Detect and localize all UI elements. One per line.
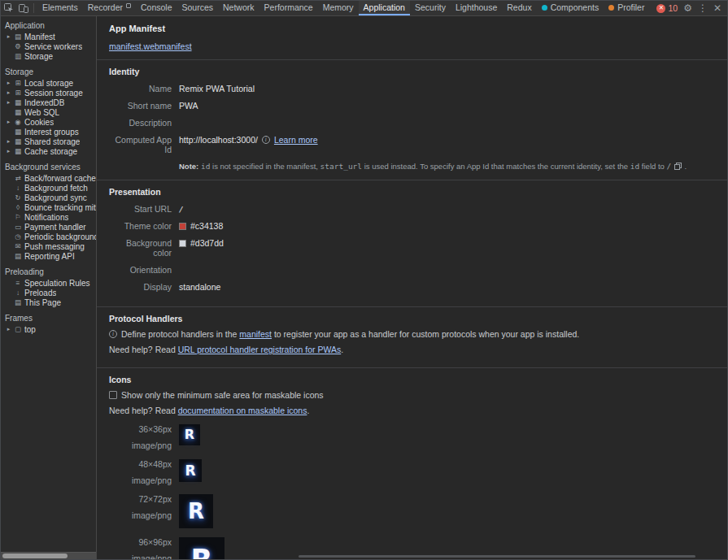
tab-lighthouse[interactable]: Lighthouse — [451, 1, 502, 15]
tab-memory[interactable]: Memory — [318, 1, 359, 15]
sidebar-item-interest-groups[interactable]: ▦Interest groups — [1, 127, 96, 137]
background-color-value: #d3d7dd — [190, 238, 224, 248]
sidebar-item-back-forward-cache[interactable]: ⇄Back/forward cache — [1, 173, 96, 183]
close-icon[interactable]: ✕ — [713, 3, 721, 13]
tab-label: Components — [551, 2, 599, 12]
field-row-display: Display standalone — [109, 282, 711, 292]
sidebar-item-preloads[interactable]: ↓Preloads — [1, 288, 96, 297]
expander-icon[interactable]: ▸ — [6, 326, 11, 332]
tab-network[interactable]: Network — [218, 1, 259, 15]
tab-application[interactable]: Application — [359, 1, 410, 15]
note-code-id2: id — [630, 162, 639, 171]
tab-sources[interactable]: Sources — [177, 1, 219, 15]
background-color-label: Background color — [109, 238, 172, 258]
manifest-icon-image: R — [179, 424, 200, 445]
this-page-icon: ▤ — [14, 299, 22, 306]
sidebar-item-reporting-api[interactable]: ▤Reporting API — [1, 251, 96, 261]
sidebar-section-storage: Storage — [5, 67, 96, 76]
manifest-file-link[interactable]: manifest.webmanifest — [109, 41, 192, 51]
sidebar-item-service-workers[interactable]: ⚙Service workers — [1, 41, 96, 51]
settings-gear-icon[interactable]: ⚙ — [683, 3, 692, 13]
tab-recorder[interactable]: Recorder — [83, 1, 136, 15]
tab-label: Security — [415, 2, 446, 12]
icon-list: 36×36pximage/pngR48×48pximage/pngR72×72p… — [109, 424, 711, 559]
field-row-computed-app-id: Computed App Id http://localhost:3000/ L… — [109, 135, 711, 154]
theme-color-swatch — [179, 223, 186, 230]
note-code-start-url: start_url — [320, 162, 362, 171]
remix-logo: R — [191, 546, 213, 560]
info-icon[interactable] — [262, 136, 270, 144]
sidebar-item-session-storage[interactable]: ▸⊞Session storage — [1, 88, 96, 98]
toolbar-divider — [33, 3, 34, 13]
manifest-icon-image: R — [179, 537, 225, 559]
sidebar-item-storage[interactable]: ▥Storage — [1, 51, 96, 61]
icon-size-label: 36×36px — [109, 424, 172, 434]
expander-icon[interactable]: ▸ — [6, 138, 11, 145]
tab-performance[interactable]: Performance — [259, 1, 318, 15]
protocol-help-link[interactable]: URL protocol handler registration for PW… — [178, 345, 342, 354]
note-prefix: Note: — [179, 162, 198, 171]
tab-label: Network — [223, 2, 255, 12]
icon-meta: 48×48pximage/png — [109, 459, 172, 485]
sidebar-item-this-page[interactable]: ▤This Page — [1, 297, 96, 307]
sidebar-item-payment-handler[interactable]: ▭Payment handler — [1, 222, 96, 232]
tab-label: Memory — [323, 2, 354, 12]
manifest-icon-entry-36: 36×36pximage/pngR — [109, 424, 711, 450]
expander-icon[interactable]: ▸ — [6, 33, 11, 40]
sidebar-item-indexeddb[interactable]: ▸▦IndexedDB — [1, 98, 96, 107]
sidebar-item-notifications[interactable]: ⚐Notifications — [1, 212, 96, 222]
main-horizontal-scrollbar[interactable] — [299, 555, 695, 558]
sidebar-item-background-sync[interactable]: ↻Background sync — [1, 193, 96, 202]
copy-icon[interactable] — [674, 163, 682, 171]
inspect-element-icon[interactable] — [2, 2, 15, 14]
expander-icon[interactable]: ▸ — [6, 89, 11, 96]
field-row-description: Description — [109, 118, 711, 128]
sidebar-item-manifest[interactable]: ▸▤Manifest — [1, 32, 96, 41]
maskable-docs-link[interactable]: documentation on maskable icons — [178, 406, 307, 415]
expander-icon[interactable]: ▸ — [6, 119, 11, 125]
identity-section-title: Identity — [109, 67, 711, 76]
tab-security[interactable]: Security — [410, 1, 451, 15]
sidebar-item-background-fetch[interactable]: ↓Background fetch — [1, 183, 96, 193]
manifest-panel: App Manifest manifest.webmanifest Identi… — [97, 16, 727, 559]
device-toolbar-icon[interactable] — [17, 2, 29, 14]
sidebar-item-cookies[interactable]: ▸◉Cookies — [1, 117, 96, 127]
tab-components[interactable]: Components — [537, 1, 604, 15]
preloads-icon: ↓ — [14, 289, 22, 297]
tab-label: Console — [141, 2, 172, 12]
sidebar-item-web-sql[interactable]: ▦Web SQL — [1, 107, 96, 117]
sidebar-item-speculation-rules[interactable]: ≡Speculation Rules — [1, 278, 96, 288]
sidebar-item-bounce-tracking-mitigations[interactable]: ◊Bounce tracking mitigations — [1, 202, 96, 212]
expander-icon[interactable]: ▸ — [6, 99, 11, 106]
sidebar-item-shared-storage[interactable]: ▸▦Shared storage — [1, 137, 96, 146]
expander-icon[interactable]: ▸ — [6, 80, 11, 86]
sidebar-item-cache-storage[interactable]: ▸▦Cache storage — [1, 146, 96, 156]
kebab-menu-icon[interactable]: ⋮ — [698, 3, 708, 13]
manifest-link[interactable]: manifest — [239, 329, 272, 339]
sidebar-item-top[interactable]: ▸▢top — [1, 324, 96, 334]
sidebar-item-label: Interest groups — [24, 128, 79, 137]
icon-size-label: 48×48px — [109, 459, 172, 469]
sidebar-horizontal-scrollbar[interactable] — [1, 552, 96, 559]
error-badge[interactable]: ✕ 10 — [656, 3, 678, 13]
sidebar-item-push-messaging[interactable]: ✉Push messaging — [1, 241, 96, 251]
maskable-checkbox[interactable] — [109, 391, 117, 399]
field-row-short-name: Short name PWA — [109, 101, 711, 111]
panel-tabs: ElementsRecorderConsoleSourcesNetworkPer… — [37, 1, 651, 15]
tab-elements[interactable]: Elements — [37, 1, 83, 15]
icon-size-label: 96×96px — [109, 537, 172, 547]
expander-icon[interactable]: ▸ — [6, 148, 11, 154]
note-text: is not specified in the manifest, — [210, 162, 320, 171]
tab-redux[interactable]: Redux — [502, 1, 536, 15]
sidebar-item-local-storage[interactable]: ▸⊞Local storage — [1, 78, 96, 88]
scrollbar-thumb[interactable] — [2, 553, 68, 558]
sidebar-item-periodic-background-sync[interactable]: ◷Periodic background sync — [1, 232, 96, 241]
sidebar-item-label: Web SQL — [24, 108, 59, 117]
tab-console[interactable]: Console — [136, 1, 177, 15]
tab-profiler[interactable]: Profiler — [604, 1, 649, 15]
learn-more-link[interactable]: Learn more — [274, 135, 318, 145]
tab-label: Sources — [182, 2, 214, 12]
background-fetch-icon: ↓ — [14, 184, 22, 192]
note-text: . — [682, 162, 687, 171]
remix-logo: R — [185, 464, 195, 478]
